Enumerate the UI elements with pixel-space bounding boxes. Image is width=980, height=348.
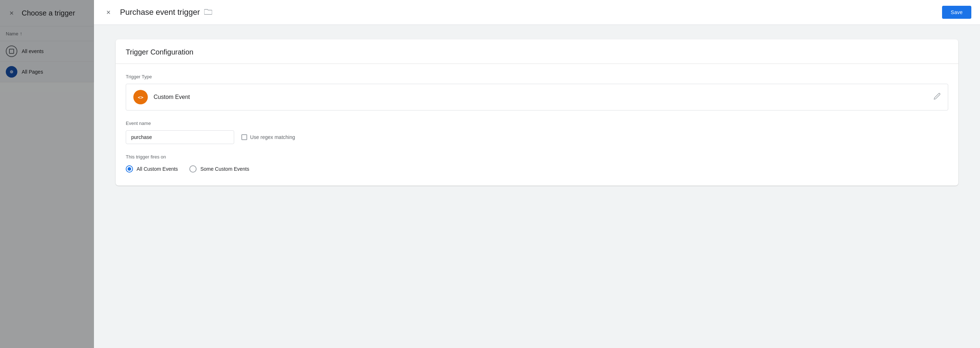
right-panel-close-button[interactable]: × [103,6,114,18]
name-sort-button[interactable]: Name ↑ [6,31,22,36]
card-container: Trigger Configuration Trigger Type <> Cu… [94,25,980,348]
trigger-type-box[interactable]: <> Custom Event [126,84,948,111]
event-name-row: Use regex matching [126,130,948,144]
left-panel-close-button[interactable]: × [6,7,18,19]
svg-point-3 [11,71,12,73]
fires-on-label: This trigger fires on [126,154,948,160]
left-panel-wrapper: × Choose a trigger Name ↑ All events [0,0,94,348]
left-panel-header: × Choose a trigger [0,0,94,26]
event-name-label: Event name [126,120,948,126]
event-name-section: Event name Use regex matching [126,120,948,144]
regex-matching-checkbox[interactable] [242,134,247,140]
some-custom-events-option[interactable]: Some Custom Events [189,165,249,172]
folder-icon[interactable] [204,8,212,17]
right-panel-title: Purchase event trigger [120,8,200,17]
event-name-input[interactable] [126,130,234,144]
trigger-type-name: Custom Event [154,94,190,100]
edit-trigger-type-icon[interactable] [933,93,940,102]
right-panel: × Purchase event trigger Save Trigger Co… [94,0,980,348]
all-custom-events-radio[interactable] [126,165,133,172]
some-custom-events-radio[interactable] [189,165,197,172]
trigger-type-section: Trigger Type <> Custom Event [126,74,948,111]
list-item-all-pages[interactable]: All Pages [0,62,94,82]
svg-rect-0 [10,49,14,54]
card-title: Trigger Configuration [116,40,958,64]
name-column-label: Name [6,31,18,36]
all-pages-icon [6,66,18,78]
left-panel: × Choose a trigger Name ↑ All events [0,0,94,82]
custom-event-icon: <> [133,90,148,104]
all-events-icon [6,46,18,57]
all-pages-label: All Pages [22,69,43,75]
right-header: × Purchase event trigger Save [94,0,980,25]
sort-ascending-icon: ↑ [20,31,22,36]
radio-group: All Custom Events Some Custom Events [126,165,948,172]
all-custom-events-option[interactable]: All Custom Events [126,165,178,172]
save-button[interactable]: Save [942,6,971,19]
left-panel-title: Choose a trigger [22,9,75,17]
fires-on-section: This trigger fires on All Custom Events … [126,154,948,172]
trigger-type-left: <> Custom Event [133,90,190,104]
all-events-label: All events [22,48,44,54]
all-custom-events-label: All Custom Events [137,166,178,172]
left-panel-subheader: Name ↑ [0,26,94,41]
list-item-all-events[interactable]: All events [0,41,94,62]
regex-matching-label[interactable]: Use regex matching [242,134,295,140]
regex-matching-text: Use regex matching [250,134,295,140]
trigger-type-label: Trigger Type [126,74,948,79]
trigger-config-card: Trigger Configuration Trigger Type <> Cu… [116,40,958,185]
some-custom-events-label: Some Custom Events [200,166,249,172]
card-body: Trigger Type <> Custom Event [116,64,958,185]
right-panel-title-area: Purchase event trigger [120,8,942,17]
